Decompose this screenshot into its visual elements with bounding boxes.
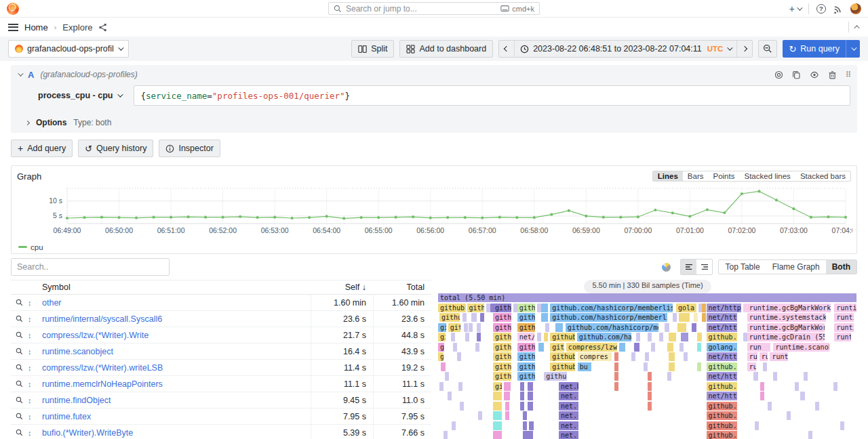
add-to-dashboard-button[interactable]: Add to dashboard <box>399 40 493 58</box>
flame-node[interactable]: bu <box>578 362 593 371</box>
flame-node[interactable] <box>702 313 707 322</box>
flame-node[interactable]: gola <box>676 304 697 312</box>
search-symbol-icon[interactable] <box>16 348 23 355</box>
flame-node[interactable] <box>760 392 765 400</box>
flame-node[interactable] <box>469 323 473 332</box>
profile-type-dropdown[interactable]: process_cpu - cpu <box>31 85 128 106</box>
flame-node[interactable]: githu <box>493 333 512 341</box>
series-point[interactable] <box>757 190 760 192</box>
series-point[interactable] <box>186 215 189 218</box>
symbol-search-input[interactable] <box>11 258 170 276</box>
flame-node[interactable]: github.com/c <box>707 362 738 371</box>
flame-node[interactable] <box>840 421 845 430</box>
flame-node[interactable] <box>505 402 510 411</box>
flame-node[interactable] <box>477 333 481 341</box>
series-point[interactable] <box>256 216 259 219</box>
flame-node[interactable] <box>538 343 545 352</box>
series-point[interactable] <box>291 217 294 220</box>
sandwich-icon[interactable]: ↕ <box>28 331 32 339</box>
flame-node[interactable] <box>694 313 698 322</box>
flame-node[interactable] <box>458 382 463 391</box>
flame-node[interactable] <box>755 421 760 430</box>
flame-node[interactable] <box>614 372 619 381</box>
flame-node[interactable]: githu <box>467 304 486 312</box>
collapse-query-button[interactable] <box>18 72 22 77</box>
sandwich-icon[interactable]: ↕ <box>28 429 32 437</box>
view-top-table[interactable]: Top Table <box>719 260 766 274</box>
symbol-link[interactable]: compress/lzw.(*Writer).writeLSB <box>42 363 311 373</box>
run-query-button[interactable]: ↻ Run query <box>783 40 846 58</box>
series-point[interactable] <box>377 216 380 219</box>
flame-node[interactable] <box>523 411 528 420</box>
legend-label[interactable]: cpu <box>31 243 43 251</box>
flame-node[interactable] <box>471 313 477 322</box>
flame-node[interactable]: gi <box>438 343 445 352</box>
flame-node[interactable] <box>753 372 759 381</box>
flame-node[interactable] <box>451 333 456 341</box>
graph-mode-points[interactable]: Points <box>709 171 740 181</box>
sandwich-icon[interactable]: ↕ <box>28 348 32 356</box>
flame-node[interactable] <box>504 392 511 400</box>
flame-node[interactable]: net.( <box>559 431 579 439</box>
column-symbol[interactable]: Symbol <box>42 283 311 292</box>
series-point[interactable] <box>827 215 829 218</box>
series-point[interactable] <box>706 208 709 211</box>
flame-node[interactable] <box>493 411 502 420</box>
flame-node[interactable]: githu <box>517 304 536 312</box>
graph-mode-lines[interactable]: Lines <box>653 171 683 181</box>
series-point[interactable] <box>429 216 432 219</box>
flame-node[interactable] <box>631 352 636 361</box>
flame-node[interactable] <box>520 402 525 411</box>
split-button[interactable]: Split <box>351 40 394 58</box>
new-menu-button[interactable]: + <box>789 3 801 14</box>
search-symbol-icon[interactable] <box>16 413 23 420</box>
search-symbol-icon[interactable] <box>16 396 23 404</box>
sandwich-icon[interactable]: ↕ <box>28 380 32 388</box>
flame-node[interactable]: githu <box>517 372 536 381</box>
view-flame-graph[interactable]: Flame Graph <box>766 260 826 274</box>
flame-node[interactable] <box>493 402 502 411</box>
series-point[interactable] <box>66 217 68 220</box>
series-point[interactable] <box>446 216 449 219</box>
flame-node[interactable] <box>648 333 652 341</box>
duplicate-query-button[interactable] <box>792 70 801 79</box>
flame-node[interactable] <box>505 411 510 420</box>
symbol-link[interactable]: compress/lzw.(*Writer).Write <box>42 331 311 340</box>
flame-node[interactable]: githu <box>517 343 536 352</box>
flame-node[interactable] <box>644 362 648 371</box>
search-symbol-icon[interactable] <box>16 380 23 388</box>
flame-node[interactable] <box>697 362 702 371</box>
flame-node[interactable] <box>636 333 641 341</box>
series-point[interactable] <box>585 215 587 217</box>
add-query-button[interactable]: +Add query <box>11 140 73 157</box>
flame-node[interactable] <box>614 382 619 391</box>
series-point[interactable] <box>204 216 207 219</box>
flame-node[interactable] <box>648 402 652 411</box>
flame-node[interactable]: net.Di <box>559 382 579 391</box>
flame-node[interactable] <box>648 382 652 391</box>
symbol-link[interactable]: runtime.memclrNoHeapPointers <box>42 379 311 389</box>
flame-node[interactable]: github.cc <box>438 304 467 312</box>
flame-node[interactable]: git <box>438 333 446 341</box>
flame-node[interactable] <box>669 362 675 371</box>
flame-node[interactable] <box>692 323 697 332</box>
flame-node[interactable] <box>679 313 690 322</box>
flame-node[interactable]: githu <box>493 304 512 312</box>
flame-node[interactable] <box>702 304 707 312</box>
flame-node[interactable] <box>659 333 664 341</box>
flame-node[interactable] <box>523 431 534 439</box>
flame-node[interactable] <box>520 392 525 400</box>
global-search-input[interactable]: Search or jump to... cmd+k <box>328 2 540 15</box>
flame-node[interactable]: net.( <box>559 421 579 430</box>
flame-node[interactable] <box>669 333 677 341</box>
flame-node[interactable]: github.c <box>550 362 576 371</box>
flame-node[interactable] <box>523 421 528 430</box>
flame-node[interactable]: net.( <box>559 411 579 420</box>
flame-node[interactable] <box>795 382 800 391</box>
symbol-link[interactable]: runtime.findObject <box>42 396 311 405</box>
remove-query-button[interactable] <box>828 70 837 79</box>
flame-node[interactable]: git <box>438 323 447 332</box>
flame-node[interactable]: run <box>747 362 757 371</box>
column-total[interactable]: Total <box>373 280 431 294</box>
series-point[interactable] <box>170 216 172 219</box>
